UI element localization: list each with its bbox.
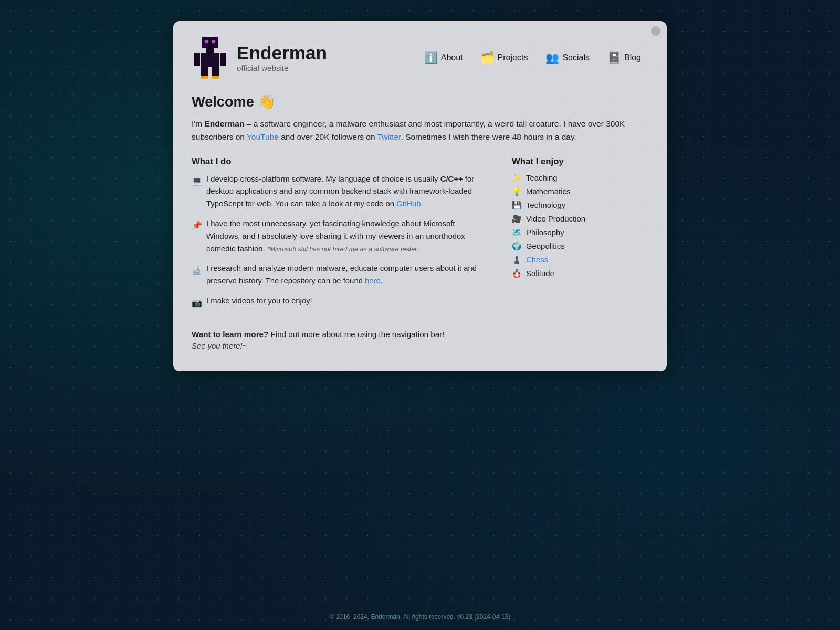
list-item: 📷 I make videos for you to enjoy! xyxy=(192,295,491,310)
want-more-text: Find out more about me using the navigat… xyxy=(268,330,444,339)
nav-projects-label: Projects xyxy=(498,53,528,62)
list-item: 💾 Technology xyxy=(512,201,648,210)
two-col-section: What I do 💻 I develop cross-platform sof… xyxy=(192,156,648,317)
github-link[interactable]: GitHub xyxy=(396,200,421,208)
corner-icon xyxy=(651,26,660,36)
teaching-label: Teaching xyxy=(526,174,558,182)
what-i-do-col: What I do 💻 I develop cross-platform sof… xyxy=(192,156,491,317)
camera-icon: 📷 xyxy=(192,296,202,310)
nav-about-label: About xyxy=(441,53,463,62)
svg-rect-9 xyxy=(201,76,208,79)
laptop-icon: 💻 xyxy=(192,174,202,188)
solitude-label: Solitude xyxy=(526,269,554,278)
teaching-icon: ✨ xyxy=(512,173,522,183)
item1-text: I develop cross-platform software. My la… xyxy=(206,173,491,211)
cpp-highlight: C/C++ xyxy=(440,175,463,183)
intro-name: Enderman xyxy=(205,119,245,128)
list-item: ✨ Teaching xyxy=(512,173,648,183)
list-item: 📌 I have the most unnecessary, yet fasci… xyxy=(192,218,491,255)
youtube-link[interactable]: YouTube xyxy=(247,132,279,141)
list-item: ♟️ Chess xyxy=(512,255,648,265)
svg-rect-5 xyxy=(194,52,200,66)
tech-label: Technology xyxy=(526,201,565,209)
list-item: 💻 I develop cross-platform software. My … xyxy=(192,173,491,211)
svg-rect-6 xyxy=(220,52,226,66)
avatar-svg xyxy=(192,37,228,79)
enjoy-list: ✨ Teaching 💡 Mathematics 💾 Technology 🎥 … xyxy=(512,173,648,278)
footer-build: v0.23 (2024-04-15) xyxy=(457,613,510,621)
math-icon: 💡 xyxy=(512,187,522,196)
svg-rect-1 xyxy=(205,40,208,43)
avatar xyxy=(192,37,228,79)
twitter-link[interactable]: Twitter xyxy=(377,132,401,141)
solitude-icon: 🪆 xyxy=(512,269,522,278)
list-item: 💡 Mathematics xyxy=(512,187,648,196)
video-icon: 🎥 xyxy=(512,214,522,224)
site-subtitle: official website xyxy=(237,64,327,72)
here-link[interactable]: here xyxy=(365,277,381,285)
footer-pre: © 2016–2024, xyxy=(329,613,371,621)
nav-socials[interactable]: 👥 Socials xyxy=(538,47,597,68)
item3-text: I research and analyze modern malware, e… xyxy=(206,262,491,288)
list-item: 🪆 Solitude xyxy=(512,269,648,278)
site-title: Enderman xyxy=(237,43,327,64)
footnote: *Microsoft still has not hired me as a s… xyxy=(267,246,419,253)
tech-icon: 💾 xyxy=(512,201,522,210)
nav-blog-label: Blog xyxy=(624,53,641,62)
nav-projects[interactable]: 🗂️ Projects xyxy=(474,47,536,68)
what-i-do-list: 💻 I develop cross-platform software. My … xyxy=(192,173,491,310)
footer-post: . All rights reserved. xyxy=(400,613,455,621)
nav-blog[interactable]: 📓 Blog xyxy=(600,47,648,68)
footer-link[interactable]: Enderman xyxy=(371,613,400,621)
about-icon: ℹ️ xyxy=(424,51,438,64)
intro-post2: and over 20K followers on xyxy=(279,132,377,141)
item4-text: I make videos for you to enjoy! xyxy=(206,295,312,308)
what-i-enjoy-col: What I enjoy ✨ Teaching 💡 Mathematics 💾 … xyxy=(512,156,648,317)
svg-rect-10 xyxy=(212,76,219,79)
geopolitics-label: Geopolitics xyxy=(526,242,565,250)
header: Enderman official website ℹ️ About 🗂️ Pr… xyxy=(192,37,648,79)
what-i-enjoy-heading: What I enjoy xyxy=(512,156,648,167)
see-you-text: See you there!~ xyxy=(192,342,648,350)
math-label: Mathematics xyxy=(526,187,570,196)
what-i-do-heading: What I do xyxy=(192,156,491,167)
welcome-heading: Welcome 👋 xyxy=(192,93,648,110)
svg-rect-3 xyxy=(206,48,214,52)
chess-icon: ♟️ xyxy=(512,255,522,265)
list-item: 🔬 I research and analyze modern malware,… xyxy=(192,262,491,288)
list-item: 🌍 Geopolitics xyxy=(512,242,648,251)
microscope-icon: 🔬 xyxy=(192,264,202,277)
blog-icon: 📓 xyxy=(607,51,621,64)
geopolitics-icon: 🌍 xyxy=(512,242,522,251)
philosophy-label: Philosophy xyxy=(526,228,564,237)
philosophy-icon: 🗺️ xyxy=(512,228,522,237)
main-card: Enderman official website ℹ️ About 🗂️ Pr… xyxy=(173,21,667,371)
intro-post3: . Sometimes I wish there were 48 hours i… xyxy=(401,132,576,141)
list-item: 🎥 Video Production xyxy=(512,214,648,224)
projects-icon: 🗂️ xyxy=(481,51,495,64)
intro-paragraph: I'm Enderman – a software engineer, a ma… xyxy=(192,118,648,144)
nav-socials-label: Socials xyxy=(562,53,590,62)
svg-rect-0 xyxy=(202,37,218,48)
chess-link[interactable]: Chess xyxy=(526,256,548,264)
site-title-block: Enderman official website xyxy=(237,43,327,72)
svg-rect-2 xyxy=(212,40,215,43)
item2-text: I have the most unnecessary, yet fascina… xyxy=(206,218,491,255)
page-footer: © 2016–2024, Enderman. All rights reserv… xyxy=(329,613,510,621)
header-left: Enderman official website xyxy=(192,37,327,79)
nav: ℹ️ About 🗂️ Projects 👥 Socials 📓 Blog xyxy=(417,47,648,68)
list-item: 🗺️ Philosophy xyxy=(512,228,648,237)
nav-about[interactable]: ℹ️ About xyxy=(417,47,470,68)
pin-icon: 📌 xyxy=(192,219,202,233)
svg-rect-4 xyxy=(201,52,219,67)
video-label: Video Production xyxy=(526,215,585,223)
want-more-paragraph: Want to learn more? Find out more about … xyxy=(192,330,648,339)
socials-icon: 👥 xyxy=(545,51,559,64)
want-more-bold: Want to learn more? xyxy=(192,330,268,339)
